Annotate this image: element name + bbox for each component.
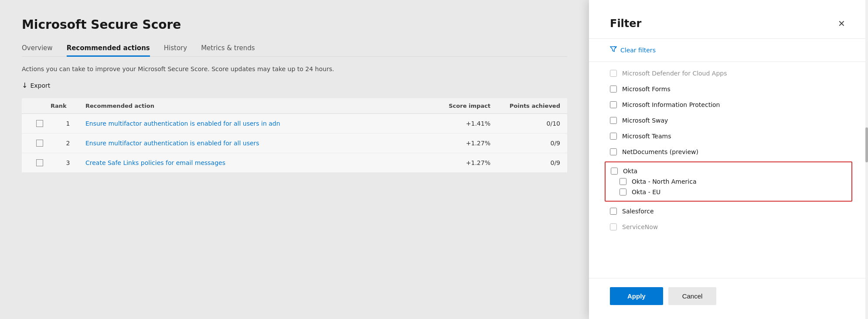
filter-item-defender-cloud-apps[interactable]: Microsoft Defender for Cloud Apps [610,65,847,81]
clear-filters-label[interactable]: Clear filters [620,47,656,54]
row-points-3: 0/9 [490,159,560,166]
col-checkbox [29,103,51,109]
row-points-2: 0/9 [490,140,560,147]
scrollbar-thumb[interactable] [865,127,868,162]
checkbox-defender-cloud-apps[interactable] [610,70,617,77]
checkbox-microsoft-forms[interactable] [610,86,617,93]
tab-bar: Overview Recommended actions History Met… [22,44,567,57]
filter-label-okta-north-america: Okta - North America [632,178,697,185]
filter-label-okta-eu: Okta - EU [632,189,660,196]
filter-item-servicenow[interactable]: ServiceNow [610,219,847,235]
export-icon: ↓ [22,81,27,89]
filter-item-microsoft-teams[interactable]: Microsoft Teams [610,128,847,144]
checkbox-microsoft-teams[interactable] [610,133,617,140]
checkbox-salesforce[interactable] [610,208,617,215]
filter-item-okta[interactable]: Okta [611,166,846,176]
scrollbar-track[interactable] [865,0,868,319]
table-row: 3 Create Safe Links policies for email m… [22,153,567,173]
tab-recommended-actions[interactable]: Recommended actions [67,44,150,56]
clear-filters-icon [610,46,617,55]
row-rank-1: 1 [51,120,85,127]
row-action-2[interactable]: Ensure multifactor authentication is ena… [85,140,421,147]
cancel-button[interactable]: Cancel [668,287,717,305]
checkbox-microsoft-information-protection[interactable] [610,101,617,108]
table-row: 1 Ensure multifactor authentication is e… [22,114,567,134]
row-score-3: +1.27% [421,159,490,166]
apply-button[interactable]: Apply [610,287,663,305]
filter-label-microsoft-forms: Microsoft Forms [622,86,671,93]
filter-label-okta: Okta [623,168,637,175]
filter-item-okta-north-america[interactable]: Okta - North America [620,176,846,187]
filter-label-microsoft-teams: Microsoft Teams [622,133,671,140]
row-action-3[interactable]: Create Safe Links policies for email mes… [85,159,421,166]
actions-table: Rank Recommended action Score impact Poi… [22,98,567,173]
table-row: 2 Ensure multifactor authentication is e… [22,134,567,153]
tab-metrics-trends[interactable]: Metrics & trends [201,44,255,56]
filter-title: Filter [610,17,641,30]
row-checkbox-1[interactable] [29,120,51,127]
checkbox-okta-north-america[interactable] [620,178,626,185]
filter-label-microsoft-information-protection: Microsoft Information Protection [622,101,720,108]
okta-group: Okta Okta - North America Okta - EU [605,161,852,202]
row-rank-2: 2 [51,140,85,147]
col-rank: Rank [51,103,85,109]
clear-filters-row[interactable]: Clear filters [589,39,868,62]
filter-label-servicenow: ServiceNow [622,223,658,230]
close-button[interactable]: ✕ [836,17,847,30]
filter-item-netdocuments[interactable]: NetDocuments (preview) [610,144,847,160]
filter-list: Microsoft Defender for Cloud Apps Micros… [589,62,868,278]
row-score-1: +1.41% [421,120,490,127]
main-panel: Microsoft Secure Score Overview Recommen… [0,0,589,319]
row-action-1[interactable]: Ensure multifactor authentication is ena… [85,120,421,127]
row-rank-3: 3 [51,159,85,166]
filter-panel: Filter ✕ Clear filters Microsoft Defende… [589,0,868,319]
row-checkbox-3[interactable] [29,159,51,166]
page-title: Microsoft Secure Score [22,17,567,32]
filter-item-okta-eu[interactable]: Okta - EU [620,187,846,197]
filter-item-salesforce[interactable]: Salesforce [610,203,847,219]
filter-label-defender-cloud-apps: Microsoft Defender for Cloud Apps [622,70,727,77]
filter-item-microsoft-sway[interactable]: Microsoft Sway [610,113,847,128]
filter-footer: Apply Cancel [589,278,868,319]
checkbox-netdocuments[interactable] [610,148,617,155]
checkbox-okta[interactable] [611,168,618,175]
row-points-1: 0/10 [490,120,560,127]
checkbox-microsoft-sway[interactable] [610,117,617,124]
tab-history[interactable]: History [164,44,187,56]
filter-item-microsoft-forms[interactable]: Microsoft Forms [610,81,847,97]
tab-overview[interactable]: Overview [22,44,53,56]
row-checkbox-2[interactable] [29,140,51,147]
row-score-2: +1.27% [421,140,490,147]
filter-label-netdocuments: NetDocuments (preview) [622,148,698,155]
export-button[interactable]: ↓ Export [22,81,567,89]
filter-label-salesforce: Salesforce [622,208,654,215]
col-points: Points achieved [490,103,560,109]
okta-sub-items: Okta - North America Okta - EU [611,176,846,197]
filter-header: Filter ✕ [589,0,868,39]
filter-item-microsoft-information-protection[interactable]: Microsoft Information Protection [610,97,847,113]
col-action: Recommended action [85,103,421,109]
checkbox-servicenow[interactable] [610,223,617,230]
page-description: Actions you can take to improve your Mic… [22,65,567,72]
filter-label-microsoft-sway: Microsoft Sway [622,117,668,124]
col-score: Score impact [421,103,490,109]
checkbox-okta-eu[interactable] [620,189,626,196]
table-header: Rank Recommended action Score impact Poi… [22,98,567,114]
